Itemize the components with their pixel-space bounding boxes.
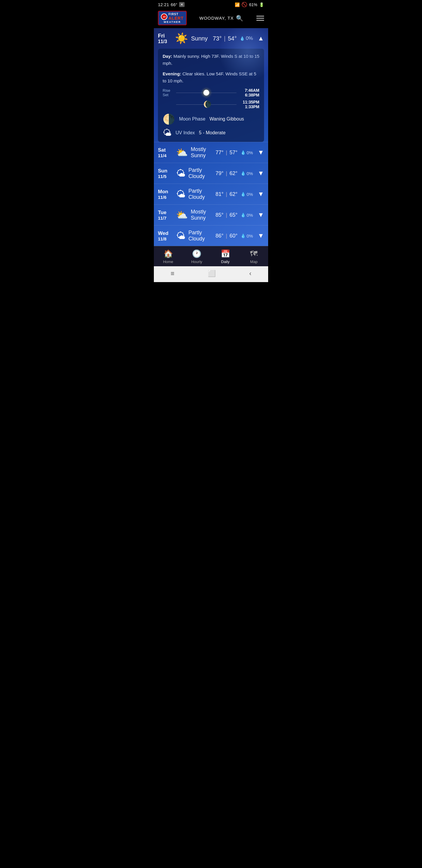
home-icon: 🏠	[164, 249, 173, 258]
forecast-day-1-temps: 79° | 62°	[216, 170, 237, 177]
forecast-day-4-chevron[interactable]: ▼	[258, 232, 264, 240]
weather-content: Fri 11/3 ☀️ Sunny 73° | 54° 💧 0% ▲ Day: …	[154, 28, 268, 246]
friday-expanded-row[interactable]: Fri 11/3 ☀️ Sunny 73° | 54° 💧 0% ▲ Day: …	[154, 28, 268, 142]
status-icon-x: ✕	[179, 2, 185, 7]
sun-body	[203, 90, 209, 96]
sun-row: Rise Set 7:46AM 6:38PM	[163, 88, 259, 97]
forecast-day-2-chevron[interactable]: ▼	[258, 190, 264, 198]
hourly-icon: 🕐	[192, 249, 201, 258]
forecast-list: Sat 11/4 ⛅ Mostly Sunny 77° | 57° 💧 0% ▼…	[154, 142, 268, 246]
friday-chevron-up[interactable]: ▲	[258, 35, 264, 42]
moon-rise-time: 11:35PM	[242, 100, 259, 104]
search-icon[interactable]: 🔍	[236, 15, 244, 22]
nav-map[interactable]: 🗺 Map	[240, 246, 268, 266]
forecast-day-0-label: Sat 11/4	[158, 147, 173, 158]
friday-high: 73°	[213, 35, 222, 42]
nav-home[interactable]: 🏠 Home	[154, 246, 183, 266]
status-time: 12:21	[158, 2, 169, 7]
sun-track	[176, 89, 236, 97]
friday-detail-panel: Day: Mainly sunny. High 73F. Winds S at …	[158, 49, 264, 142]
moon-phase-row: 🌗 Moon Phase Waning Gibbous	[163, 113, 259, 125]
nav-daily-label: Daily	[221, 259, 229, 264]
forecast-day-1-label: Sun 11/5	[158, 168, 173, 179]
status-bar: 12:21 66° ✕ 📶 🚫 61% 🔋	[154, 0, 268, 9]
sun-set-time: 6:38PM	[242, 93, 259, 97]
drop-icon-2: 💧	[240, 192, 246, 196]
friday-temps: 73° | 54°	[213, 35, 237, 42]
forecast-day-0-temps: 77° | 57°	[216, 150, 237, 156]
drop-icon-1: 💧	[240, 171, 246, 176]
sys-nav-menu[interactable]: ≡	[170, 270, 174, 277]
map-icon: 🗺	[250, 249, 258, 258]
friday-weather-icon: ☀️	[175, 32, 188, 44]
forecast-day-1-condition: Partly Cloudy	[188, 167, 213, 180]
drop-icon-3: 💧	[240, 213, 246, 217]
forecast-day-0-icon: ⛅	[176, 147, 188, 158]
drop-icon-4: 💧	[240, 234, 246, 238]
forecast-day-3-icon: ⛅	[176, 209, 188, 220]
moon-track: 🌘	[176, 100, 236, 108]
forecast-day-0-precip: 💧 0%	[240, 150, 253, 155]
forecast-day-2-condition: Partly Cloudy	[188, 188, 213, 200]
uv-index-label: UV Index	[175, 130, 195, 135]
wifi-icon: 📶	[235, 2, 240, 7]
logo-first: FIRST	[168, 12, 184, 16]
forecast-row-1[interactable]: Sun 11/5 🌤 Partly Cloudy 79° | 62° 💧 0% …	[154, 163, 268, 184]
forecast-row-0[interactable]: Sat 11/4 ⛅ Mostly Sunny 77° | 57° 💧 0% ▼	[154, 142, 268, 163]
sys-nav-back[interactable]: ‹	[249, 270, 252, 277]
drop-icon: 💧	[240, 36, 245, 41]
forecast-day-1-chevron[interactable]: ▼	[258, 169, 264, 177]
battery-icon: 🔋	[259, 2, 264, 7]
bottom-nav: 🏠 Home 🕐 Hourly 📅 Daily 🗺 Map	[154, 246, 268, 266]
forecast-day-1-precip: 💧 0%	[240, 171, 253, 176]
sys-nav-home[interactable]: ⬜	[208, 270, 216, 277]
nav-hourly-label: Hourly	[191, 259, 202, 264]
friday-low: 54°	[228, 35, 236, 42]
forecast-day-2-icon: 🌤	[176, 189, 186, 200]
system-nav: ≡ ⬜ ‹	[154, 266, 268, 282]
app-logo[interactable]: 10 FIRST ALERT WEATHER	[158, 11, 187, 25]
forecast-day-2-precip: 💧 0%	[240, 192, 253, 197]
forecast-day-4-icon: 🌤	[176, 230, 186, 241]
forecast-day-1-icon: 🌤	[176, 168, 186, 179]
menu-button[interactable]	[256, 16, 264, 21]
moon-set-time: 1:33PM	[242, 104, 259, 109]
forecast-day-0-chevron[interactable]: ▼	[258, 149, 264, 156]
app-header: 10 FIRST ALERT WEATHER WOODWAY, TX 🔍	[154, 9, 268, 28]
forecast-day-4-temps: 86° | 60°	[216, 233, 237, 239]
sun-rise-time: 7:46AM	[242, 88, 259, 93]
logo-badge: 10	[161, 13, 167, 20]
friday-precip: 💧 0%	[240, 35, 253, 41]
location-text: WOODWAY, TX	[199, 16, 234, 21]
forecast-day-3-chevron[interactable]: ▼	[258, 211, 264, 219]
forecast-row-2[interactable]: Mon 11/6 🌤 Partly Cloudy 81° | 62° 💧 0% …	[154, 184, 268, 205]
header-location[interactable]: WOODWAY, TX 🔍	[199, 15, 244, 22]
forecast-day-4-precip: 💧 0%	[240, 234, 253, 239]
moon-phase-label: Moon Phase	[179, 116, 205, 122]
rise-label: Rise	[163, 88, 173, 93]
nav-map-label: Map	[250, 259, 258, 264]
nav-hourly[interactable]: 🕐 Hourly	[183, 246, 211, 266]
logo-alert: ALERT	[168, 16, 184, 21]
forecast-row-3[interactable]: Tue 11/7 ⛅ Mostly Sunny 85° | 65° 💧 0% ▼	[154, 205, 268, 225]
moon-row: 🌘 11:35PM 1:33PM	[163, 100, 259, 109]
moon-body: 🌘	[203, 101, 211, 107]
forecast-day-3-label: Tue 11/7	[158, 210, 173, 220]
moon-phase-icon: 🌗	[163, 113, 175, 125]
drop-icon-0: 💧	[240, 150, 246, 155]
uv-index-row: 🌤 UV Index 5 - Moderate	[163, 128, 259, 138]
friday-condition: Sunny	[191, 35, 210, 42]
logo-weather: WEATHER	[164, 21, 181, 24]
forecast-day-2-label: Mon 11/6	[158, 189, 173, 200]
forecast-day-3-condition: Mostly Sunny	[191, 209, 213, 221]
status-temp: 66°	[171, 2, 177, 7]
forecast-day-2-temps: 81° | 62°	[216, 191, 237, 197]
forecast-day-3-precip: 💧 0%	[240, 213, 253, 218]
daily-icon: 📅	[221, 249, 230, 258]
forecast-row-4[interactable]: Wed 11/8 🌤 Partly Cloudy 86° | 60° 💧 0% …	[154, 225, 268, 246]
nav-daily[interactable]: 📅 Daily	[211, 246, 240, 266]
forecast-day-3-temps: 85° | 65°	[216, 212, 237, 218]
uv-index-value: 5 - Moderate	[199, 130, 226, 135]
moon-phase-value: Waning Gibbous	[209, 116, 244, 122]
forecast-day-0-condition: Mostly Sunny	[191, 146, 213, 159]
